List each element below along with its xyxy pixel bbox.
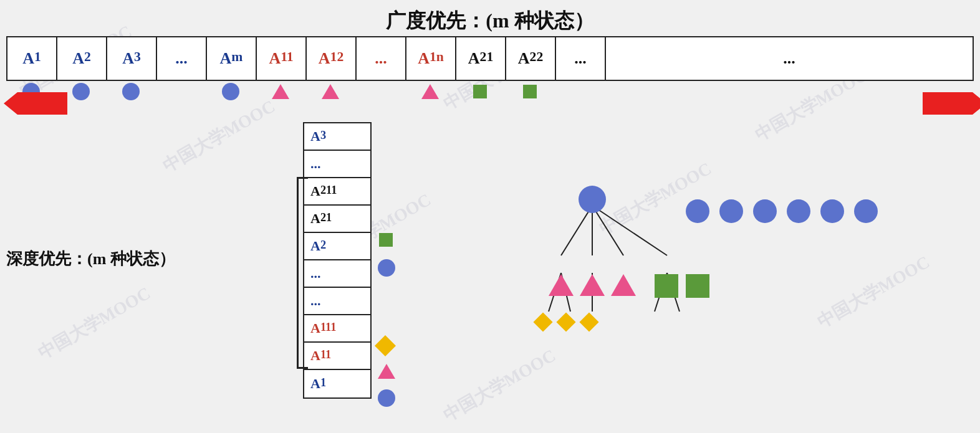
label-dots3: ... [574, 50, 587, 67]
stack-a2: A2 [304, 233, 370, 260]
stack-shape-a2 [378, 259, 395, 277]
triangle-a11 [272, 84, 289, 99]
stack-a3: A3 [304, 123, 370, 151]
arrow-right-container [923, 92, 973, 115]
slabel-a1: A1 [310, 377, 326, 391]
arrow-right [923, 92, 973, 115]
svg-rect-16 [556, 312, 575, 331]
stack-shape-a21 [379, 233, 393, 247]
label-dots2: ... [375, 50, 387, 67]
slabel-dots3: ... [310, 294, 321, 308]
svg-rect-14 [686, 274, 709, 298]
shape-a21 [455, 82, 505, 101]
watermark-8: 中国大学MOOC [34, 282, 155, 365]
triangle-stack-a11 [378, 364, 395, 379]
label-a21: A21 [468, 50, 493, 67]
shape-a12 [305, 82, 355, 101]
svg-line-0 [561, 206, 592, 255]
shape-a22 [505, 82, 555, 101]
diamond-a111 [375, 335, 396, 356]
depth-brace [297, 177, 308, 369]
depth-label: 深度优先：(m 种状态） [6, 248, 175, 270]
page-title: 广度优先：(m 种状态） [0, 7, 980, 35]
bfs-circle-2 [719, 199, 743, 223]
shape-am [206, 82, 256, 101]
shape-dots2 [355, 82, 405, 101]
svg-marker-12 [611, 274, 636, 296]
queue-cell-dots2: ... [357, 37, 406, 80]
queue-cell-a22: A22 [506, 37, 556, 80]
stack-a211: A211 [304, 178, 370, 206]
watermark-2: 中国大学MOOC [158, 95, 279, 178]
queue-cell-dots4: ... [606, 37, 973, 80]
svg-rect-17 [579, 312, 598, 331]
slabel-a3: A3 [310, 130, 326, 143]
shape-a11 [256, 82, 305, 101]
label-a1n: A1n [418, 50, 444, 67]
triangle-a12 [322, 84, 339, 99]
square-a22 [523, 85, 537, 98]
stack-dots1: ... [304, 151, 370, 178]
bfs-circle-1 [686, 199, 709, 223]
triangle-a1n [421, 84, 439, 99]
svg-marker-10 [549, 274, 574, 296]
queue-cell-dots1: ... [157, 37, 207, 80]
shape-a3 [106, 82, 156, 101]
label-a3: A3 [122, 50, 141, 67]
queue-cell-a3: A3 [107, 37, 157, 80]
svg-marker-11 [580, 274, 605, 296]
stack-shape-a111 [378, 338, 393, 353]
stack-container: A3 ... A211 A21 A2 ... ... A111 A11 A1 [303, 122, 372, 399]
slabel-dots2: ... [310, 267, 321, 280]
stack-shape-a11 [378, 364, 395, 379]
queue-cell-a12: A12 [307, 37, 357, 80]
circle-am [222, 83, 239, 100]
slabel-a21: A21 [310, 212, 332, 226]
bfs-circles-row [686, 199, 878, 223]
watermark-7: 中国大学MOOC [813, 250, 934, 334]
arrow-left-container [17, 92, 67, 115]
label-a2: A2 [72, 50, 91, 67]
stack-a21: A21 [304, 206, 370, 233]
stack-a1: A1 [304, 370, 370, 397]
label-a22: A22 [518, 50, 543, 67]
bfs-circle-6 [854, 199, 878, 223]
queue-cell-am: Am [207, 37, 257, 80]
queue-container: A1 A2 A3 ... Am A11 A12 ... A1n A21 A22 … [6, 36, 974, 81]
circle-stack-a2 [378, 259, 395, 277]
circle-a2 [72, 83, 90, 100]
stack-dots3: ... [304, 288, 370, 315]
svg-point-9 [579, 186, 606, 213]
label-a12: A12 [319, 50, 343, 67]
slabel-a2: A2 [310, 239, 326, 253]
queue-cell-a1n: A1n [406, 37, 456, 80]
stack-shape-a1 [378, 389, 395, 407]
arrow-left [17, 92, 67, 115]
queue-cell-dots3: ... [556, 37, 606, 80]
circle-a3 [122, 83, 140, 100]
shape-dots1 [156, 82, 206, 101]
slabel-a111: A111 [310, 321, 336, 335]
square-a21 [473, 85, 487, 98]
svg-line-3 [592, 206, 667, 255]
label-am: Am [220, 50, 243, 67]
bfs-circle-5 [820, 199, 844, 223]
slabel-a211: A211 [310, 184, 337, 198]
label-a1: A1 [22, 50, 41, 67]
svg-rect-15 [533, 312, 552, 331]
bfs-circle-4 [787, 199, 810, 223]
circle-stack-a1 [378, 389, 395, 407]
svg-line-2 [592, 206, 623, 255]
shape-a1n [405, 82, 455, 101]
svg-rect-13 [655, 274, 678, 298]
queue-cell-a11: A11 [257, 37, 307, 80]
shape-row [6, 82, 974, 101]
queue-cell-a21: A21 [456, 37, 506, 80]
square-stack-a21 [379, 233, 393, 247]
slabel-dots1: ... [310, 157, 321, 171]
stack-a11: A11 [304, 343, 370, 370]
queue-cell-a1: A1 [7, 37, 57, 80]
label-dots4: ... [783, 50, 795, 67]
label-a11: A11 [269, 50, 293, 67]
label-dots1: ... [175, 50, 188, 67]
